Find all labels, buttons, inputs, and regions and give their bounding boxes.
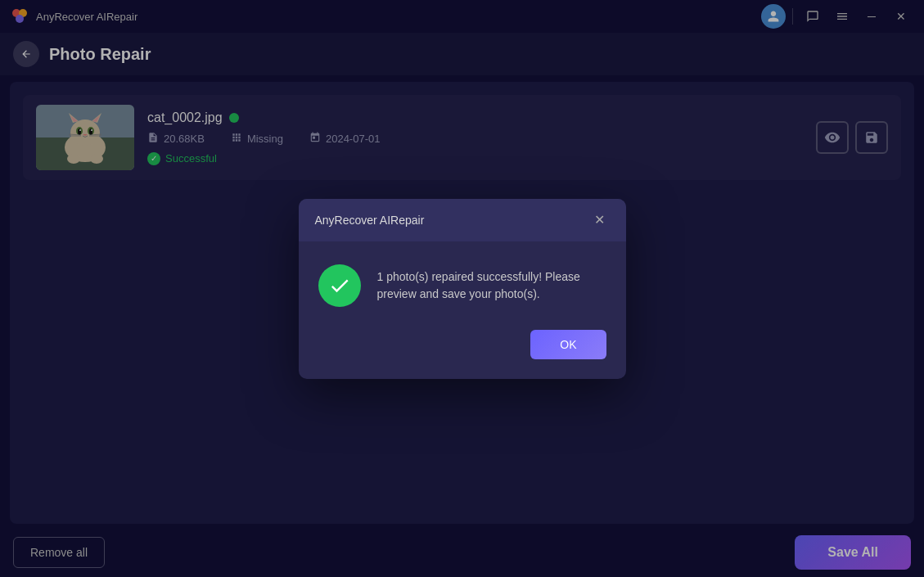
dialog-title: AnyRecover AIRepair: [315, 214, 425, 227]
dialog-overlay: AnyRecover AIRepair ✕ 1 photo(s) repaire…: [0, 0, 924, 577]
dialog-close-button[interactable]: ✕: [590, 210, 610, 230]
dialog-ok-button[interactable]: OK: [530, 330, 606, 359]
dialog-footer: OK: [299, 330, 626, 379]
dialog-message: 1 photo(s) repaired successfully! Please…: [377, 268, 606, 303]
dialog: AnyRecover AIRepair ✕ 1 photo(s) repaire…: [299, 199, 626, 379]
dialog-success-icon: [318, 264, 361, 307]
dialog-body: 1 photo(s) repaired successfully! Please…: [299, 241, 626, 330]
dialog-header: AnyRecover AIRepair ✕: [299, 199, 626, 241]
